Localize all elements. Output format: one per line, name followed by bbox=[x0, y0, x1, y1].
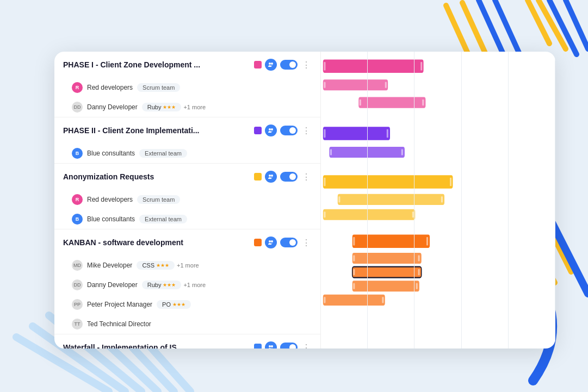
phase1-sub1-badge: R bbox=[72, 82, 83, 93]
phase1-sub1-name: Red developers bbox=[87, 84, 133, 91]
task-list: PHASE I - Client Zone Development ... ⋮ … bbox=[54, 52, 321, 349]
phase2-toggle[interactable] bbox=[280, 126, 298, 135]
phase1-sub2-avatar: DD bbox=[72, 102, 83, 113]
kanban-sub1-more: +1 more bbox=[177, 262, 199, 269]
gantt-col-4 bbox=[462, 52, 509, 349]
svg-line-10 bbox=[528, 0, 549, 43]
kanban-sub3-skill: PO ★★★ bbox=[157, 300, 191, 309]
kanban-sub4-name: Ted Technical Director bbox=[87, 320, 151, 328]
gantt-col-3 bbox=[414, 52, 461, 349]
kanban-sub3: PP Peter Project Manager PO ★★★ bbox=[54, 295, 320, 314]
section-anon: Anonymization Requests ⋮ bbox=[54, 164, 320, 190]
anon-sub2-tag: External team bbox=[139, 215, 187, 223]
svg-line-9 bbox=[495, 0, 522, 60]
kanban-color-dot bbox=[254, 239, 262, 246]
section-phase2: PHASE II - Client Zone Implementati... ⋮ bbox=[54, 117, 320, 144]
gantt-col-5 bbox=[509, 52, 555, 349]
waterfall-toggle[interactable] bbox=[280, 343, 298, 349]
svg-point-26 bbox=[271, 345, 273, 347]
gantt-col-2 bbox=[368, 52, 414, 349]
phase1-sub2: DD Danny Developer Ruby ★★★ +1 more bbox=[54, 97, 320, 117]
svg-line-8 bbox=[479, 0, 506, 60]
phase2-sub1: B Blue consultants External team bbox=[54, 144, 320, 163]
anon-controls: ⋮ bbox=[254, 171, 312, 183]
svg-point-25 bbox=[269, 345, 271, 347]
waterfall-color-dot bbox=[254, 344, 262, 349]
phase1-sub1: R Red developers Scrum team bbox=[54, 78, 320, 97]
gantt-panel bbox=[321, 52, 555, 349]
anon-sub1-name: Red developers bbox=[87, 196, 133, 203]
svg-point-19 bbox=[269, 128, 271, 130]
svg-point-17 bbox=[269, 63, 271, 65]
svg-point-20 bbox=[271, 128, 273, 130]
svg-line-11 bbox=[539, 0, 566, 49]
anon-sub1-badge: R bbox=[72, 194, 83, 205]
main-card: PHASE I - Client Zone Development ... ⋮ … bbox=[54, 52, 555, 349]
anon-color-dot bbox=[254, 173, 262, 181]
anon-team-icon bbox=[265, 171, 277, 183]
phase2-title: PHASE II - Client Zone Implementati... bbox=[63, 126, 254, 135]
waterfall-menu[interactable]: ⋮ bbox=[301, 343, 312, 349]
section-waterfall: Waterfall - Implementation of IS ⋮ bbox=[54, 334, 320, 349]
svg-point-21 bbox=[269, 175, 271, 177]
kanban-sub1-skill: CSS ★★★ bbox=[137, 261, 175, 270]
phase2-sub1-badge: B bbox=[72, 148, 83, 159]
waterfall-controls: ⋮ bbox=[254, 341, 312, 349]
svg-point-18 bbox=[271, 63, 273, 65]
kanban-controls: ⋮ bbox=[254, 237, 312, 248]
phase1-team-icon bbox=[265, 59, 277, 71]
phase2-menu[interactable]: ⋮ bbox=[301, 126, 312, 136]
kanban-sub3-name: Peter Project Manager bbox=[87, 301, 152, 308]
kanban-sub1: MD Mike Developer CSS ★★★ +1 more bbox=[54, 256, 320, 275]
phase1-sub2-name: Danny Developer bbox=[87, 103, 138, 111]
anon-menu[interactable]: ⋮ bbox=[301, 172, 312, 182]
anon-toggle[interactable] bbox=[280, 172, 298, 182]
kanban-sub2-avatar: DD bbox=[72, 279, 83, 290]
svg-point-22 bbox=[271, 175, 273, 177]
section-kanban: KANBAN - software development ⋮ bbox=[54, 229, 320, 256]
anon-sub2: B Blue consultants External team bbox=[54, 209, 320, 229]
anon-sub1: R Red developers Scrum team bbox=[54, 190, 320, 209]
anon-sub2-badge: B bbox=[72, 214, 83, 225]
kanban-sub2: DD Danny Developer Ruby ★★★ +1 more bbox=[54, 275, 320, 295]
svg-line-12 bbox=[549, 0, 577, 54]
svg-point-24 bbox=[271, 240, 273, 242]
waterfall-title: Waterfall - Implementation of IS bbox=[63, 343, 254, 349]
phase2-team-icon bbox=[265, 125, 277, 136]
svg-point-23 bbox=[269, 240, 271, 242]
kanban-sub1-avatar: MD bbox=[72, 260, 83, 271]
phase1-color-dot bbox=[254, 61, 262, 69]
phase1-title: PHASE I - Client Zone Development ... bbox=[63, 60, 254, 69]
phase1-controls: ⋮ bbox=[254, 59, 312, 71]
kanban-sub1-name: Mike Developer bbox=[87, 262, 132, 269]
phase1-toggle[interactable] bbox=[280, 60, 298, 70]
kanban-sub4-avatar: TT bbox=[72, 319, 83, 329]
phase1-menu[interactable]: ⋮ bbox=[301, 60, 312, 70]
svg-line-13 bbox=[566, 0, 588, 49]
phase1-sub1-tag: Scrum team bbox=[137, 83, 180, 92]
kanban-sub2-more: +1 more bbox=[183, 282, 206, 288]
kanban-sub3-avatar: PP bbox=[72, 299, 83, 310]
kanban-toggle[interactable] bbox=[280, 238, 298, 247]
kanban-sub4: TT Ted Technical Director bbox=[54, 314, 320, 334]
section-phase1: PHASE I - Client Zone Development ... ⋮ bbox=[54, 52, 320, 78]
anon-sub2-name: Blue consultants bbox=[87, 215, 135, 223]
kanban-menu[interactable]: ⋮ bbox=[301, 238, 312, 248]
phase2-color-dot bbox=[254, 127, 262, 134]
waterfall-team-icon bbox=[265, 341, 277, 349]
phase2-controls: ⋮ bbox=[254, 125, 312, 136]
gantt-grid bbox=[321, 52, 555, 349]
phase2-sub1-tag: External team bbox=[139, 149, 187, 158]
kanban-title: KANBAN - software development bbox=[63, 238, 254, 247]
anon-title: Anonymization Requests bbox=[63, 172, 254, 181]
anon-sub1-tag: Scrum team bbox=[137, 195, 180, 204]
phase2-sub1-name: Blue consultants bbox=[87, 150, 135, 157]
kanban-team-icon bbox=[265, 237, 277, 248]
kanban-sub2-name: Danny Developer bbox=[87, 281, 138, 289]
phase1-sub2-skill: Ruby ★★★ bbox=[142, 103, 182, 111]
phase1-sub2-more: +1 more bbox=[183, 104, 206, 110]
kanban-sub2-skill: Ruby ★★★ bbox=[142, 281, 182, 289]
gantt-col-1 bbox=[321, 52, 368, 349]
